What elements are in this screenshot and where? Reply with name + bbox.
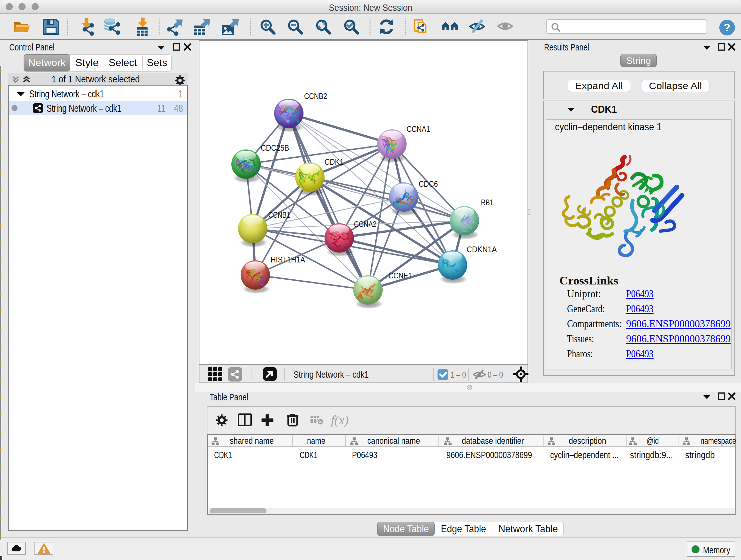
svg-text:HIST1H1A: HIST1H1A: [271, 255, 305, 264]
svg-text:RB1: RB1: [481, 198, 493, 207]
svg-text:CDC25B: CDC25B: [261, 143, 289, 152]
svg-text:CCNB1: CCNB1: [268, 210, 290, 219]
svg-text:CCNE1: CCNE1: [388, 271, 412, 280]
svg-text:CDK1: CDK1: [325, 158, 344, 166]
svg-text:CDKN1A: CDKN1A: [467, 245, 497, 254]
svg-text:CCNB2: CCNB2: [304, 91, 327, 101]
svg-text:CCNA1: CCNA1: [407, 125, 430, 133]
svg-text:CCNA2: CCNA2: [354, 220, 377, 229]
svg-text:CDC6: CDC6: [419, 179, 438, 188]
